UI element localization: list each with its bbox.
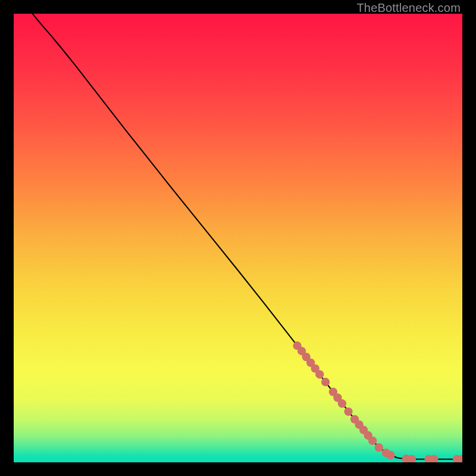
data-marker [375, 443, 383, 452]
data-marker [368, 437, 377, 445]
data-marker [315, 370, 324, 378]
data-marker [344, 408, 352, 416]
data-marker [386, 451, 394, 459]
plot-area [14, 14, 462, 462]
marker-layer [14, 14, 462, 462]
watermark-text: TheBottleneck.com [356, 1, 461, 15]
data-marker [338, 399, 346, 408]
data-marker [321, 378, 330, 386]
chart-stage: TheBottleneck.com [0, 0, 476, 476]
